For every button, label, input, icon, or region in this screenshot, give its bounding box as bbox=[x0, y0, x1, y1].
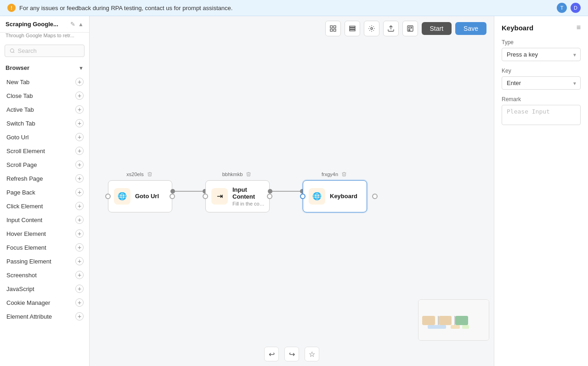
save-draft-button[interactable] bbox=[402, 21, 418, 36]
arrow-start-dot bbox=[170, 189, 175, 194]
sidebar-item-passing-element[interactable]: Passing Element + bbox=[0, 254, 89, 268]
svg-point-0 bbox=[10, 49, 14, 52]
browser-section: Browser ▼ New Tab + Close Tab + Active T… bbox=[0, 61, 89, 325]
list-view-button[interactable] bbox=[345, 21, 360, 36]
node-box-goto-url[interactable]: 🌐 Goto Url bbox=[108, 180, 172, 212]
redo-button[interactable]: ↪ bbox=[284, 347, 299, 361]
node-right-connector bbox=[170, 194, 175, 199]
add-new-tab-button[interactable]: + bbox=[75, 78, 84, 86]
undo-button[interactable]: ↩ bbox=[264, 347, 279, 361]
browser-section-header[interactable]: Browser ▼ bbox=[0, 61, 89, 75]
remark-field-group: Remark bbox=[502, 96, 581, 127]
collapse-icon[interactable]: ▲ bbox=[78, 21, 84, 28]
sidebar-scroll: Browser ▼ New Tab + Close Tab + Active T… bbox=[0, 61, 89, 366]
node-box-input-content[interactable]: ⇥ Input Content Fill in the cont... bbox=[205, 180, 270, 212]
project-title: Scraping Google... bbox=[6, 21, 68, 28]
node-icon-keyboard: 🌐 bbox=[309, 188, 325, 205]
add-goto-url-button[interactable]: + bbox=[75, 133, 84, 141]
sidebar-item-click-element[interactable]: Click Element + bbox=[0, 199, 89, 213]
add-javascript-button[interactable]: + bbox=[75, 285, 84, 293]
search-input[interactable] bbox=[18, 47, 80, 54]
sidebar-item-focus-element[interactable]: Focus Element + bbox=[0, 240, 89, 254]
node-delete-goto-url[interactable] bbox=[146, 170, 154, 178]
sidebar-item-screenshot[interactable]: Screenshot + bbox=[0, 268, 89, 282]
node-delete-keyboard[interactable] bbox=[340, 170, 348, 178]
discord-icon[interactable]: D bbox=[571, 3, 581, 13]
type-select[interactable]: Press a key Key down Key up bbox=[502, 48, 581, 61]
minimap bbox=[418, 299, 489, 341]
add-cookie-manager-button[interactable]: + bbox=[75, 298, 84, 307]
panel-title: Keyboard bbox=[502, 24, 533, 32]
sidebar-item-page-back[interactable]: Page Back + bbox=[0, 185, 89, 199]
node-icon-input-content: ⇥ bbox=[211, 188, 228, 205]
type-label: Type bbox=[502, 39, 581, 46]
start-button[interactable]: Start bbox=[422, 22, 452, 35]
edit-icon[interactable]: ✎ bbox=[70, 21, 75, 28]
node-right-connector-3 bbox=[372, 194, 378, 199]
project-subtitle: Through Google Maps to retr... bbox=[0, 33, 89, 41]
add-click-element-button[interactable]: + bbox=[75, 202, 84, 210]
sidebar-item-javascript[interactable]: JavaScript + bbox=[0, 282, 89, 296]
node-id-bar: xs20els bbox=[126, 170, 153, 178]
arrow-line-2 bbox=[272, 191, 300, 192]
settings-button[interactable] bbox=[364, 21, 379, 36]
flow-node-goto-url[interactable]: xs20els 🌐 Goto Url bbox=[108, 170, 172, 212]
add-focus-element-button[interactable]: + bbox=[75, 243, 84, 252]
search-icon bbox=[10, 48, 15, 54]
key-select[interactable]: Enter Tab Escape Space Backspace Delete … bbox=[502, 76, 581, 90]
sidebar-item-scroll-page[interactable]: Scroll Page + bbox=[0, 158, 89, 172]
warning-icon: ! bbox=[7, 4, 16, 12]
flow-node-keyboard[interactable]: frxgy4n 🌐 Keyboard bbox=[303, 170, 367, 212]
node-delete-input-content[interactable] bbox=[244, 170, 253, 178]
sidebar-item-element-attribute[interactable]: Element Attribute + bbox=[0, 309, 89, 323]
svg-rect-7 bbox=[350, 28, 355, 29]
sidebar-item-refresh-page[interactable]: Refresh Page + bbox=[0, 172, 89, 185]
panel-header: Keyboard ≡ bbox=[502, 23, 581, 32]
add-hover-element-button[interactable]: + bbox=[75, 229, 84, 238]
grid-view-button[interactable] bbox=[325, 21, 341, 36]
add-scroll-element-button[interactable]: + bbox=[75, 147, 84, 155]
panel-menu-icon[interactable]: ≡ bbox=[577, 23, 581, 32]
svg-line-1 bbox=[13, 52, 14, 53]
search-box[interactable] bbox=[5, 45, 85, 57]
svg-rect-4 bbox=[330, 29, 333, 31]
svg-point-9 bbox=[371, 28, 373, 29]
node-icon-goto-url: 🌐 bbox=[114, 188, 130, 205]
node-left-connector bbox=[105, 194, 111, 199]
export-button[interactable] bbox=[383, 21, 399, 36]
telegram-icon[interactable]: T bbox=[557, 3, 567, 13]
node-id-bar-3: frxgy4n bbox=[322, 170, 348, 178]
sidebar-item-goto-url[interactable]: Goto Url + bbox=[0, 130, 89, 144]
key-label: Key bbox=[502, 68, 581, 74]
sidebar-item-scroll-element[interactable]: Scroll Element + bbox=[0, 144, 89, 158]
add-active-tab-button[interactable]: + bbox=[75, 105, 84, 114]
add-page-back-button[interactable]: + bbox=[75, 188, 84, 196]
sidebar-item-hover-element[interactable]: Hover Element + bbox=[0, 227, 89, 240]
flow-arrow-2 bbox=[268, 189, 305, 194]
sidebar-item-close-tab[interactable]: Close Tab + bbox=[0, 89, 89, 103]
remark-input[interactable] bbox=[502, 105, 581, 125]
banner-text: For any issues or feedback during RPA te… bbox=[19, 5, 232, 11]
add-screenshot-button[interactable]: + bbox=[75, 271, 84, 279]
favorite-button[interactable]: ☆ bbox=[305, 347, 319, 361]
node-box-keyboard[interactable]: 🌐 Keyboard bbox=[303, 180, 367, 212]
sidebar-item-cookie-manager[interactable]: Cookie Manager + bbox=[0, 296, 89, 309]
add-close-tab-button[interactable]: + bbox=[75, 92, 84, 100]
save-button[interactable]: Save bbox=[455, 22, 486, 35]
sidebar-item-active-tab[interactable]: Active Tab + bbox=[0, 103, 89, 116]
add-scroll-page-button[interactable]: + bbox=[75, 160, 84, 169]
top-banner: ! For any issues or feedback during RPA … bbox=[0, 0, 588, 16]
sidebar-item-input-content[interactable]: Input Content + bbox=[0, 213, 89, 227]
node-left-connector-3 bbox=[300, 194, 305, 199]
add-switch-tab-button[interactable]: + bbox=[75, 119, 84, 127]
minimap-inner bbox=[418, 300, 489, 340]
add-passing-element-button[interactable]: + bbox=[75, 257, 84, 265]
add-element-attribute-button[interactable]: + bbox=[75, 312, 84, 320]
remark-label: Remark bbox=[502, 96, 581, 103]
sidebar-item-switch-tab[interactable]: Switch Tab + bbox=[0, 116, 89, 130]
flow-node-input-content[interactable]: bbhkmkb ⇥ Input Content Fill in the cont… bbox=[205, 170, 270, 212]
add-input-content-button[interactable]: + bbox=[75, 216, 84, 224]
browser-section-label: Browser bbox=[6, 64, 29, 71]
add-refresh-page-button[interactable]: + bbox=[75, 174, 84, 183]
sidebar-item-new-tab[interactable]: New Tab + bbox=[0, 75, 89, 89]
